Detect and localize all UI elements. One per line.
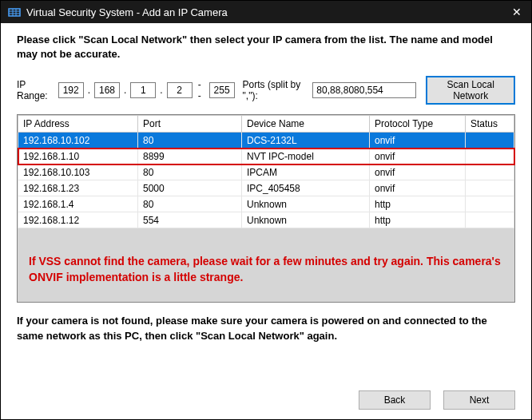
- cell-port: 80: [138, 133, 242, 149]
- cell-status: [466, 196, 514, 212]
- ip-octet-1[interactable]: [58, 82, 84, 98]
- cell-port: 80: [138, 164, 242, 180]
- cell-device: Unknown: [242, 212, 370, 228]
- cell-proto: onvif: [370, 149, 466, 164]
- col-status[interactable]: Status: [466, 116, 514, 133]
- back-button[interactable]: Back: [359, 390, 431, 410]
- cell-proto: http: [370, 196, 466, 212]
- instructions-text: Please click "Scan Local Network" then s…: [17, 33, 515, 61]
- cell-ip: 192.168.10.102: [18, 133, 138, 149]
- cell-proto: onvif: [370, 180, 466, 196]
- cell-device: IPCAM: [242, 164, 370, 180]
- cell-proto: http: [370, 212, 466, 228]
- dot: .: [159, 85, 163, 96]
- warning-text: If VSS cannot find the camera, please wa…: [18, 243, 514, 302]
- titlebar: Virtual Security System - Add an IP Came…: [1, 1, 531, 23]
- cell-proto: onvif: [370, 133, 466, 149]
- cell-ip: 192.168.1.4: [18, 196, 138, 212]
- cell-port: 8899: [138, 149, 242, 164]
- range-dash: --: [196, 79, 206, 101]
- table-row[interactable]: 192.168.10.10280DCS-2132Lonvif: [18, 133, 514, 149]
- cell-device: NVT IPC-model: [242, 149, 370, 164]
- cell-status: [466, 180, 514, 196]
- table-row[interactable]: 192.168.1.12554Unknownhttp: [18, 212, 514, 228]
- cell-proto: onvif: [370, 164, 466, 180]
- table-row[interactable]: 192.168.1.108899NVT IPC-modelonvif: [18, 149, 514, 164]
- footer-note: If your camera is not found, please make…: [17, 314, 515, 343]
- ip-octet-3[interactable]: [130, 82, 156, 98]
- svg-rect-0: [9, 9, 20, 16]
- close-button[interactable]: ✕: [509, 6, 525, 18]
- ip-range-end[interactable]: [209, 82, 235, 98]
- ports-label: Ports (split by ","):: [243, 79, 308, 101]
- ip-octet-2[interactable]: [94, 82, 120, 98]
- blank-area: [25, 392, 113, 410]
- col-proto[interactable]: Protocol Type: [370, 116, 466, 133]
- cell-device: Unknown: [242, 196, 370, 212]
- app-icon: [7, 5, 22, 19]
- ip-range-row: IP Range: . . . -- Ports (split by ","):…: [17, 76, 515, 105]
- col-ip[interactable]: IP Address: [18, 116, 138, 133]
- ip-range-label: IP Range:: [17, 79, 54, 101]
- cell-ip: 192.168.1.23: [18, 180, 138, 196]
- cell-status: [466, 164, 514, 180]
- table-row[interactable]: 192.168.1.235000IPC_405458onvif: [18, 180, 514, 196]
- dot: .: [123, 85, 127, 96]
- cell-status: [466, 149, 514, 164]
- table-row[interactable]: 192.168.1.480Unknownhttp: [18, 196, 514, 212]
- table-row[interactable]: 192.168.10.10380IPCAMonvif: [18, 164, 514, 180]
- ip-octet-4[interactable]: [167, 82, 193, 98]
- cell-ip: 192.168.1.12: [18, 212, 138, 228]
- ports-input[interactable]: [312, 82, 416, 98]
- cell-device: DCS-2132L: [242, 133, 370, 149]
- cell-ip: 192.168.1.10: [18, 149, 138, 164]
- scan-local-network-button[interactable]: Scan Local Network: [426, 76, 515, 105]
- cell-port: 5000: [138, 180, 242, 196]
- dot: .: [87, 85, 91, 96]
- wizard-buttons: Back Next: [359, 390, 515, 410]
- camera-grid: IP Address Port Device Name Protocol Typ…: [17, 114, 515, 303]
- cell-port: 80: [138, 196, 242, 212]
- cell-ip: 192.168.10.103: [18, 164, 138, 180]
- window-title: Virtual Security System - Add an IP Came…: [26, 6, 228, 18]
- table-header-row: IP Address Port Device Name Protocol Typ…: [18, 116, 514, 133]
- next-button[interactable]: Next: [443, 390, 515, 410]
- cell-port: 554: [138, 212, 242, 228]
- col-device[interactable]: Device Name: [242, 116, 370, 133]
- cell-device: IPC_405458: [242, 180, 370, 196]
- cell-status: [466, 133, 514, 149]
- col-port[interactable]: Port: [138, 116, 242, 133]
- cell-status: [466, 212, 514, 228]
